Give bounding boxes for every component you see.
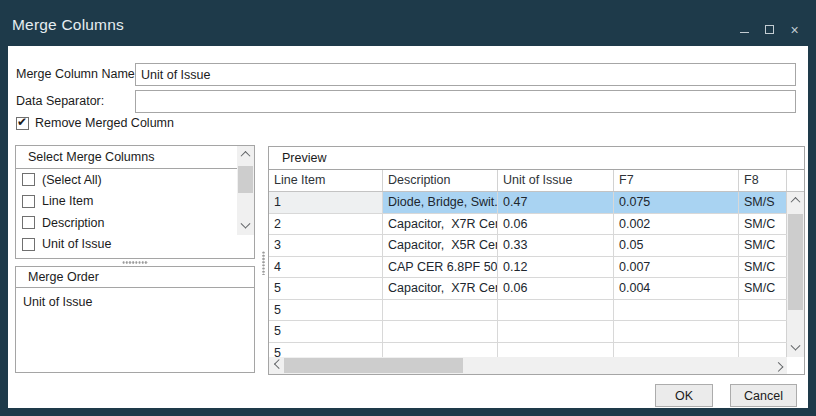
table-cell[interactable]: 0.002: [614, 214, 739, 235]
table-cell[interactable]: 0.33: [498, 235, 614, 256]
vertical-splitter[interactable]: [260, 250, 267, 276]
table-cell[interactable]: 0.007: [614, 257, 739, 278]
option-label: Description: [42, 216, 105, 230]
checkbox-unchecked-icon[interactable]: [22, 238, 35, 251]
table-cell[interactable]: [383, 300, 498, 321]
table-cell[interactable]: 5: [269, 343, 383, 358]
maximize-icon: [765, 25, 774, 34]
table-row[interactable]: 2Capacitor, X7R Cer...0.060.002SM/C: [269, 214, 787, 236]
minimize-button[interactable]: [739, 24, 750, 35]
scroll-up-button[interactable]: [787, 192, 804, 209]
column-header[interactable]: F8: [739, 170, 787, 191]
scroll-right-button[interactable]: [770, 357, 787, 374]
checkbox-unchecked-icon[interactable]: [22, 195, 35, 208]
table-cell[interactable]: [614, 343, 739, 358]
table-cell[interactable]: 5: [269, 300, 383, 321]
table-row[interactable]: 5: [269, 321, 787, 343]
remove-merged-column-checkbox[interactable]: Remove Merged Column: [16, 116, 174, 130]
grid-header-row: Line ItemDescriptionUnit of IssueF7F8: [269, 170, 804, 192]
table-row[interactable]: 4CAP CER 6.8PF 50V...0.120.007SM/C: [269, 257, 787, 279]
table-cell[interactable]: Capacitor, X5R Cer...: [383, 235, 498, 256]
table-cell[interactable]: 0.12: [498, 257, 614, 278]
merge-column-option[interactable]: Line Item: [16, 191, 254, 213]
table-cell[interactable]: SM/C: [739, 214, 787, 235]
table-cell[interactable]: [739, 321, 787, 342]
remove-merged-column-label: Remove Merged Column: [35, 116, 174, 130]
table-cell[interactable]: [383, 321, 498, 342]
select-merge-columns-title: Select Merge Columns: [16, 146, 254, 169]
option-label: Unit of Issue: [42, 237, 111, 251]
table-cell[interactable]: Capacitor, X7R Cer...: [383, 214, 498, 235]
chevron-down-icon: [241, 219, 251, 229]
merge-column-option[interactable]: [16, 255, 254, 258]
checkbox-unchecked-icon[interactable]: [22, 173, 35, 186]
table-cell[interactable]: [498, 300, 614, 321]
scroll-down-button[interactable]: [787, 340, 804, 357]
table-cell[interactable]: SM/C: [739, 257, 787, 278]
table-cell[interactable]: [614, 300, 739, 321]
scroll-down-button[interactable]: [237, 218, 254, 235]
table-cell[interactable]: [498, 321, 614, 342]
horizontal-splitter[interactable]: [15, 259, 255, 266]
scroll-up-button[interactable]: [237, 146, 254, 163]
table-cell[interactable]: SM/C: [739, 235, 787, 256]
table-cell[interactable]: 4: [269, 257, 383, 278]
table-cell[interactable]: [614, 321, 739, 342]
table-cell[interactable]: 0.004: [614, 278, 739, 299]
select-merge-columns-panel: Select Merge Columns (Select All)Line It…: [15, 145, 255, 259]
scrollbar-thumb[interactable]: [238, 166, 253, 193]
merge-order-panel: Merge Order Unit of Issue: [15, 266, 255, 373]
table-cell[interactable]: [498, 343, 614, 358]
table-row[interactable]: 5: [269, 300, 787, 322]
data-separator-input[interactable]: [135, 90, 796, 113]
merge-columns-dialog: Merge Columns × Merge Column Name: Data …: [0, 0, 816, 416]
splitter-grip-icon: [122, 261, 148, 264]
column-header[interactable]: Line Item: [269, 170, 383, 191]
column-header[interactable]: F7: [614, 170, 739, 191]
merge-column-option[interactable]: Unit of Issue: [16, 234, 254, 256]
table-cell[interactable]: 1: [269, 192, 383, 213]
chevron-up-icon: [791, 197, 801, 207]
table-cell[interactable]: CAP CER 6.8PF 50V...: [383, 257, 498, 278]
grid-vertical-scrollbar[interactable]: [787, 192, 804, 357]
table-cell[interactable]: [383, 343, 498, 358]
table-cell[interactable]: SM/S: [739, 192, 787, 213]
merge-order-item[interactable]: Unit of Issue: [16, 288, 254, 309]
table-cell[interactable]: 0.06: [498, 214, 614, 235]
scrollbar-thumb[interactable]: [284, 358, 463, 373]
dialog-content: Merge Column Name: Data Separator: Remov…: [8, 46, 808, 408]
table-row[interactable]: 5Capacitor, X7R Cer...0.060.004SM/C: [269, 278, 787, 300]
window-controls: ×: [739, 24, 800, 35]
table-row[interactable]: 1Diode, Bridge, Swit...0.470.075SM/S: [269, 192, 787, 214]
table-cell[interactable]: Diode, Bridge, Swit...: [383, 192, 498, 213]
scrollbar-thumb[interactable]: [788, 214, 803, 310]
table-cell[interactable]: [739, 300, 787, 321]
table-cell[interactable]: 0.47: [498, 192, 614, 213]
table-cell[interactable]: 0.05: [614, 235, 739, 256]
list-vertical-scrollbar[interactable]: [237, 146, 254, 235]
table-cell[interactable]: SM/C: [739, 278, 787, 299]
table-cell[interactable]: 3: [269, 235, 383, 256]
title-bar[interactable]: Merge Columns ×: [0, 0, 816, 46]
merge-column-option[interactable]: (Select All): [16, 169, 254, 191]
merge-column-option[interactable]: Description: [16, 212, 254, 234]
grid-horizontal-scrollbar[interactable]: [269, 357, 787, 374]
table-row[interactable]: 5: [269, 343, 787, 358]
checkbox-unchecked-icon[interactable]: [22, 216, 35, 229]
column-header[interactable]: Unit of Issue: [498, 170, 614, 191]
table-cell[interactable]: Capacitor, X7R Cer...: [383, 278, 498, 299]
table-cell[interactable]: 2: [269, 214, 383, 235]
cancel-button[interactable]: Cancel: [730, 384, 797, 407]
table-cell[interactable]: 5: [269, 278, 383, 299]
table-row[interactable]: 3Capacitor, X5R Cer...0.330.05SM/C: [269, 235, 787, 257]
maximize-button[interactable]: [764, 24, 775, 35]
table-cell[interactable]: 0.075: [614, 192, 739, 213]
table-cell[interactable]: [739, 343, 787, 358]
column-header[interactable]: Description: [383, 170, 498, 191]
ok-button[interactable]: OK: [655, 384, 713, 407]
close-button[interactable]: ×: [789, 24, 800, 35]
table-cell[interactable]: 0.06: [498, 278, 614, 299]
table-cell[interactable]: 5: [269, 321, 383, 342]
preview-grid: Line ItemDescriptionUnit of IssueF7F8 1D…: [269, 170, 804, 374]
merge-column-name-input[interactable]: [135, 63, 796, 86]
